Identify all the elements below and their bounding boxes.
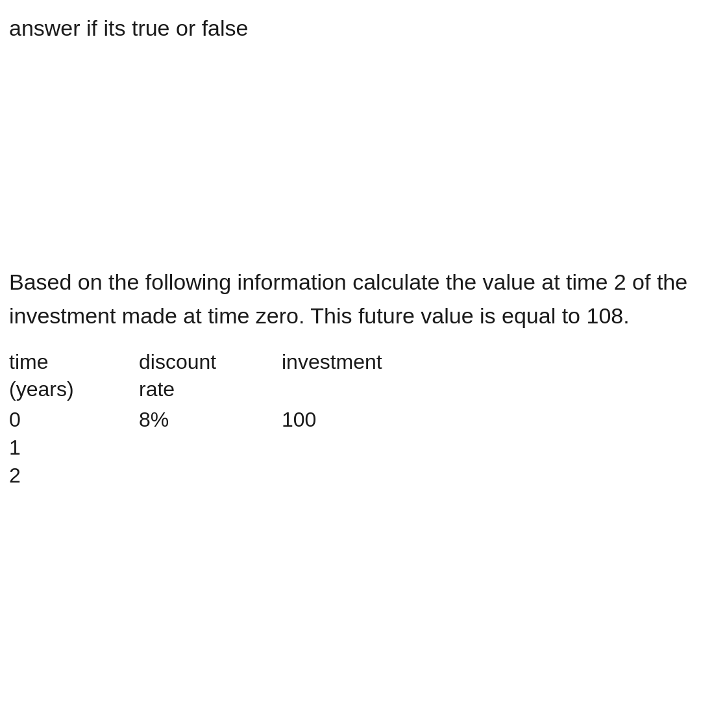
cell-time-0: 0 [9,408,139,432]
col-investment-label1: investment [282,349,450,376]
col-discount-label1: discount [139,349,282,376]
cell-time-1: 1 [9,436,139,460]
data-table: time (years) discount rate investment 0 … [9,349,692,488]
table-row: 1 [9,436,692,460]
header-instruction: answer if its true or false [9,13,692,44]
main-question: Based on the following information calcu… [9,265,692,333]
col-header-time: time (years) [9,349,139,403]
cell-investment-0: 100 [282,408,450,432]
table-row: 0 8% 100 [9,408,692,432]
col-header-discount: discount rate [139,349,282,403]
table-row: 2 [9,464,692,488]
col-header-investment: investment [282,349,450,403]
col-time-label2: (years) [9,376,139,403]
cell-discount-0: 8% [139,408,282,432]
table-header-row: time (years) discount rate investment [9,349,692,403]
col-time-label1: time [9,349,139,376]
cell-time-2: 2 [9,464,139,488]
col-discount-label2: rate [139,376,282,403]
